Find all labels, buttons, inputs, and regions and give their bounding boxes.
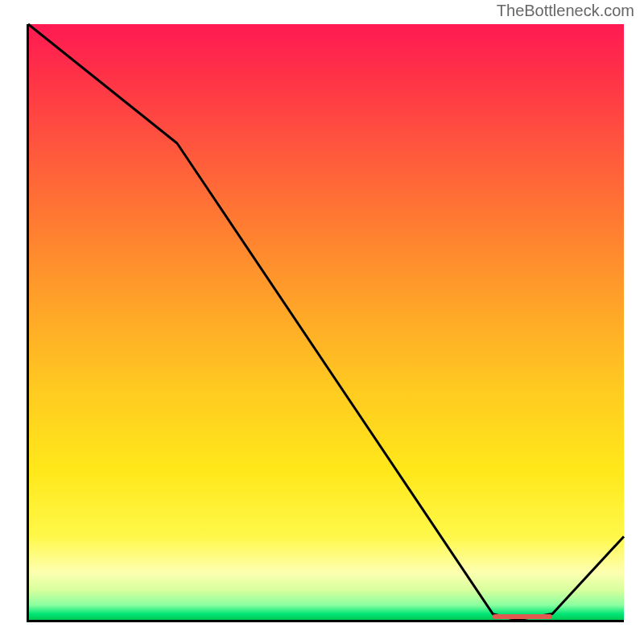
watermark-text: TheBottleneck.com	[497, 2, 634, 20]
y-axis-line	[27, 24, 29, 622]
x-axis-line	[28, 620, 624, 622]
optimal-range-marker	[493, 614, 552, 619]
bottleneck-curve-path	[28, 24, 624, 620]
bottleneck-curve-svg	[28, 24, 624, 620]
chart-plot-area	[28, 24, 624, 620]
